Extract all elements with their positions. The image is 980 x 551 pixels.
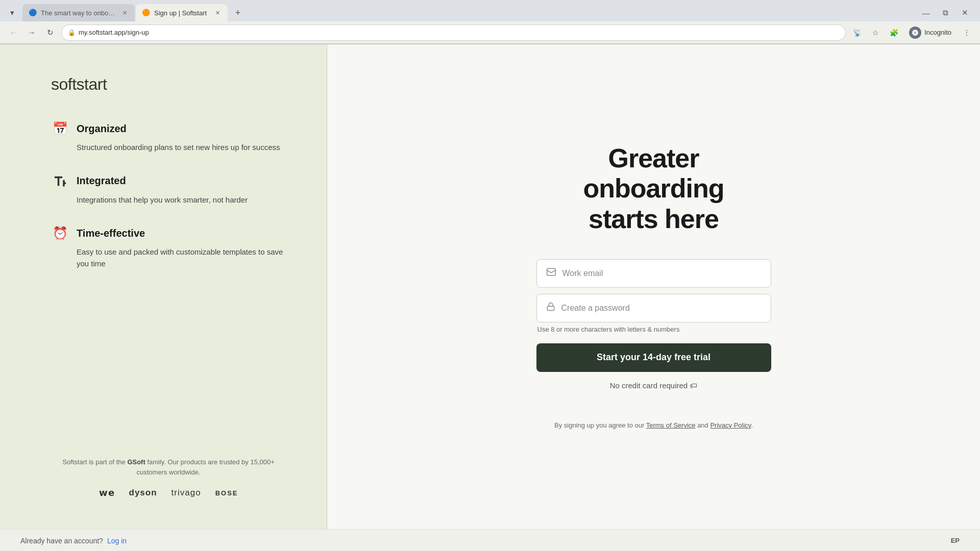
login-link[interactable]: Log in bbox=[107, 537, 127, 545]
incognito-avatar bbox=[909, 27, 921, 39]
left-panel: softstart 📅 Organized Structured onboard… bbox=[0, 44, 327, 529]
restore-button[interactable]: ⧉ bbox=[938, 6, 952, 20]
browser-chrome: ▾ 🔵 The smart way to onboard new h... ✕ … bbox=[0, 0, 980, 44]
feature-integrated: Integrated Integrations that help you wo… bbox=[51, 172, 286, 206]
time-effective-icon: ⏰ bbox=[51, 224, 69, 242]
logo-dyson: dyson bbox=[129, 488, 157, 498]
svg-rect-1 bbox=[547, 307, 554, 311]
menu-button[interactable]: ⋮ bbox=[960, 26, 974, 40]
feature-integrated-title: Integrated bbox=[77, 175, 126, 187]
no-cc-text: No credit card required 🏷 bbox=[610, 381, 698, 390]
cast-button[interactable]: 📡 bbox=[850, 26, 864, 40]
forward-button[interactable]: → bbox=[24, 26, 39, 40]
logo-we: 𝘄𝗲 bbox=[99, 487, 115, 498]
feature-organized-title: Organized bbox=[77, 123, 127, 135]
address-text: my.softstart.app/sign-up bbox=[79, 29, 149, 36]
terms-text: By signing up you agree to our Terms of … bbox=[554, 420, 753, 431]
tab-list-button[interactable]: ▾ bbox=[5, 6, 19, 20]
bottom-bar: Already have an account? Log in EP bbox=[0, 529, 980, 551]
already-text: Already have an account? bbox=[20, 537, 103, 545]
tab-bar: ▾ 🔵 The smart way to onboard new h... ✕ … bbox=[0, 0, 980, 21]
integrated-icon bbox=[51, 172, 69, 190]
tab-2-favicon: 🟠 bbox=[142, 9, 150, 17]
new-tab-button[interactable]: + bbox=[231, 6, 245, 20]
lock-icon: 🔒 bbox=[68, 29, 76, 36]
tab-1-favicon: 🔵 bbox=[29, 9, 37, 17]
svg-rect-0 bbox=[547, 269, 555, 276]
bookmark-button[interactable]: ☆ bbox=[868, 26, 883, 40]
email-field[interactable] bbox=[562, 269, 762, 278]
signup-form: Greater onboarding starts here bbox=[536, 143, 771, 431]
feature-time-effective-title: Time-effective bbox=[77, 228, 145, 239]
footer-text: Softstart is part of the GSoft family. O… bbox=[51, 457, 286, 477]
lock-field-icon bbox=[546, 302, 555, 314]
form-headline: Greater onboarding starts here bbox=[536, 143, 771, 235]
password-input-wrapper[interactable] bbox=[536, 294, 771, 322]
tab-1[interactable]: 🔵 The smart way to onboard new h... ✕ bbox=[22, 4, 135, 21]
language-selector[interactable]: EP bbox=[951, 537, 960, 544]
password-field[interactable] bbox=[561, 304, 762, 313]
toolbar-actions: 📡 ☆ 🧩 Incognito ⋮ bbox=[850, 24, 974, 41]
organized-icon: 📅 bbox=[51, 119, 69, 138]
feature-time-effective: ⏰ Time-effective Easy to use and packed … bbox=[51, 224, 286, 269]
address-bar[interactable]: 🔒 my.softstart.app/sign-up bbox=[61, 24, 846, 41]
cta-button[interactable]: Start your 14-day free trial bbox=[536, 343, 771, 372]
minimize-button[interactable]: — bbox=[919, 6, 933, 20]
tab-2[interactable]: 🟠 Sign up | Softstart ✕ bbox=[136, 4, 228, 21]
password-hint: Use 8 or more characters with letters & … bbox=[536, 325, 680, 333]
terms-link[interactable]: Terms of Service bbox=[646, 421, 696, 429]
feature-organized: 📅 Organized Structured onboarding plans … bbox=[51, 119, 286, 154]
feature-integrated-desc: Integrations that help you work smarter,… bbox=[51, 194, 286, 206]
email-input-wrapper[interactable] bbox=[536, 259, 771, 288]
logo-trivago: trivago bbox=[172, 488, 201, 498]
feature-time-effective-desc: Easy to use and packed with customizable… bbox=[51, 246, 286, 269]
profile-button[interactable]: Incognito bbox=[905, 24, 955, 41]
logo-bose: BOSE bbox=[215, 489, 238, 497]
close-window-button[interactable]: ✕ bbox=[958, 6, 972, 20]
tab-2-title: Sign up | Softstart bbox=[154, 9, 209, 17]
footer-section: Softstart is part of the GSoft family. O… bbox=[51, 457, 286, 498]
extensions-button[interactable]: 🧩 bbox=[887, 26, 901, 40]
email-icon bbox=[546, 267, 556, 280]
brand-logos: 𝘄𝗲 dyson trivago BOSE bbox=[51, 487, 286, 498]
page-content: softstart 📅 Organized Structured onboard… bbox=[0, 44, 980, 551]
feature-organized-header: 📅 Organized bbox=[51, 119, 286, 138]
right-panel: Greater onboarding starts here bbox=[327, 44, 980, 529]
tab-2-close[interactable]: ✕ bbox=[213, 9, 222, 17]
profile-label: Incognito bbox=[924, 29, 951, 36]
input-group bbox=[536, 259, 771, 322]
feature-organized-desc: Structured onboarding plans to set new h… bbox=[51, 142, 286, 154]
feature-time-effective-header: ⏰ Time-effective bbox=[51, 224, 286, 242]
browser-toolbar: ← → ↻ 🔒 my.softstart.app/sign-up 📡 ☆ 🧩 I… bbox=[0, 21, 980, 44]
main-area: softstart 📅 Organized Structured onboard… bbox=[0, 44, 980, 529]
feature-list: 📅 Organized Structured onboarding plans … bbox=[51, 119, 286, 432]
privacy-link[interactable]: Privacy Policy bbox=[710, 421, 751, 429]
tab-1-title: The smart way to onboard new h... bbox=[41, 9, 116, 17]
back-button[interactable]: ← bbox=[6, 26, 20, 40]
tab-1-close[interactable]: ✕ bbox=[120, 9, 129, 17]
reload-button[interactable]: ↻ bbox=[43, 26, 57, 40]
brand-name: softstart bbox=[51, 75, 286, 94]
gsoft-brand: GSoft bbox=[127, 458, 145, 466]
feature-integrated-header: Integrated bbox=[51, 172, 286, 190]
